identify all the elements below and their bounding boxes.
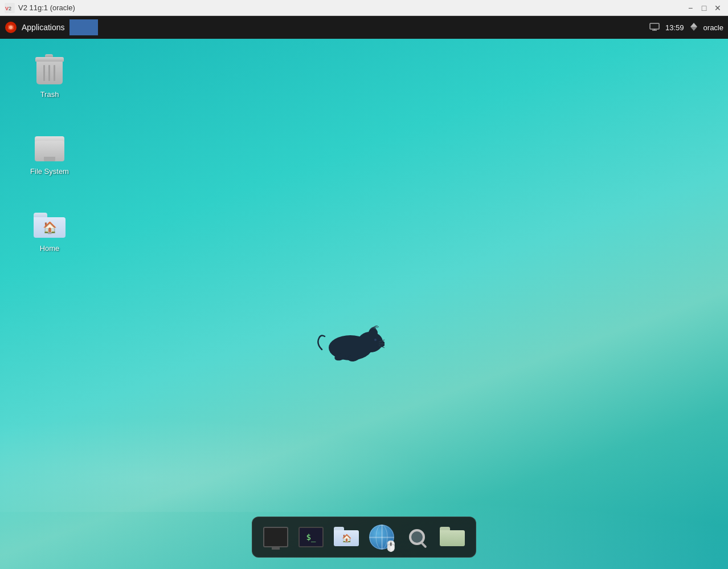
globe-icon bbox=[369, 525, 394, 550]
trash-icon bbox=[34, 56, 66, 88]
title-icon: V 2 bbox=[5, 3, 15, 13]
taskbar-left: Applications bbox=[5, 19, 98, 35]
desktop: Trash File System 🏠 Home bbox=[0, 39, 728, 569]
taskbar: Applications 13:59 oracle bbox=[0, 16, 728, 39]
svg-marker-9 bbox=[690, 27, 697, 31]
svg-point-4 bbox=[9, 26, 13, 29]
dock-item-folder[interactable] bbox=[436, 521, 469, 554]
applications-button[interactable]: Applications bbox=[22, 23, 65, 32]
svg-point-21 bbox=[376, 525, 387, 549]
maximize-button[interactable]: □ bbox=[698, 2, 710, 14]
terminal-icon: $_ bbox=[298, 527, 324, 547]
svg-point-12 bbox=[369, 328, 378, 338]
screen-icon bbox=[263, 527, 288, 547]
magnifier-icon bbox=[406, 526, 428, 548]
mouse-mascot bbox=[316, 318, 385, 364]
desktop-icon-trash[interactable]: Trash bbox=[24, 56, 75, 99]
dock-item-terminal[interactable]: $_ bbox=[295, 521, 328, 554]
title-bar: V 2 V2 11g:1 (oracle) − □ ✕ bbox=[0, 0, 728, 16]
svg-point-14 bbox=[374, 339, 377, 341]
title-bar-controls: − □ ✕ bbox=[685, 2, 723, 14]
svg-rect-5 bbox=[650, 23, 659, 29]
home-icon: 🏠 bbox=[34, 210, 66, 242]
desktop-wave2 bbox=[0, 341, 456, 512]
dock-item-globe[interactable]: 🖱️ bbox=[365, 521, 398, 554]
close-button[interactable]: ✕ bbox=[712, 2, 723, 14]
dock: $_ 🏠 🖱️ bbox=[252, 517, 476, 558]
dock-item-screen[interactable] bbox=[259, 521, 292, 554]
desktop-icon-home[interactable]: 🏠 Home bbox=[24, 210, 75, 253]
home-folder-icon: 🏠 bbox=[334, 527, 359, 547]
filesystem-label: File System bbox=[30, 167, 69, 176]
network-icon bbox=[649, 23, 660, 32]
svg-text:2: 2 bbox=[9, 6, 11, 11]
taskbar-right: 13:59 oracle bbox=[649, 22, 723, 33]
svg-point-20 bbox=[370, 525, 394, 549]
dock-item-magnifier[interactable] bbox=[400, 521, 433, 554]
clock: 13:59 bbox=[665, 23, 684, 32]
trash-label: Trash bbox=[40, 90, 59, 99]
svg-marker-8 bbox=[690, 23, 697, 27]
username: oracle bbox=[704, 23, 723, 32]
title-bar-left: V 2 V2 11g:1 (oracle) bbox=[5, 3, 75, 13]
folder-icon bbox=[440, 527, 465, 547]
filesystem-icon bbox=[34, 133, 66, 165]
minimize-button[interactable]: − bbox=[685, 2, 696, 14]
title-text: V2 11g:1 (oracle) bbox=[18, 3, 75, 12]
taskbar-logo bbox=[5, 21, 17, 34]
sort-icon bbox=[690, 22, 698, 33]
home-label: Home bbox=[40, 244, 60, 253]
taskbar-window-button[interactable] bbox=[69, 19, 98, 35]
desktop-icon-filesystem[interactable]: File System bbox=[24, 133, 75, 176]
dock-item-home-folder[interactable]: 🏠 bbox=[330, 521, 363, 554]
